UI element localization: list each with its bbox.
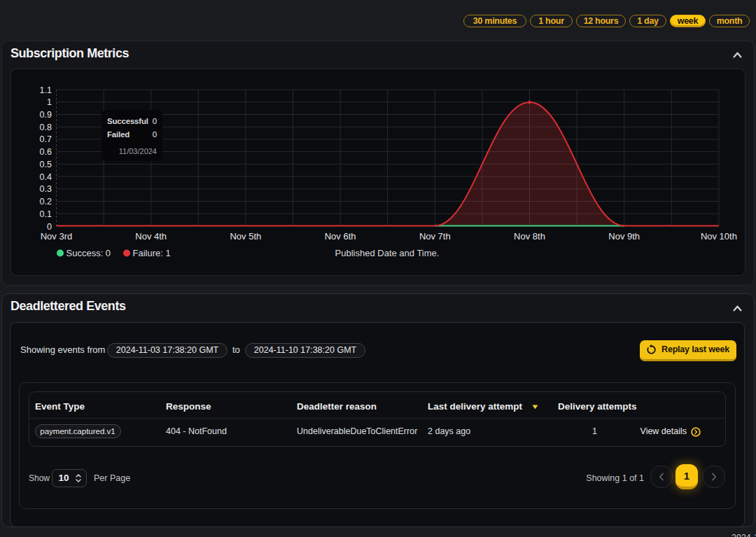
svg-text:0.8: 0.8 bbox=[40, 122, 52, 132]
svg-text:Nov 8th: Nov 8th bbox=[514, 231, 545, 242]
svg-text:Nov 5th: Nov 5th bbox=[230, 231, 261, 242]
svg-text:0.6: 0.6 bbox=[40, 147, 52, 157]
svg-text:0.5: 0.5 bbox=[40, 159, 52, 169]
svg-text:Nov 9th: Nov 9th bbox=[608, 231, 640, 242]
svg-text:1: 1 bbox=[47, 97, 52, 107]
svg-text:0.2: 0.2 bbox=[40, 197, 52, 207]
svg-text:Success: 0: Success: 0 bbox=[66, 248, 111, 258]
svg-text:Nov 10th: Nov 10th bbox=[701, 231, 737, 242]
svg-text:0.9: 0.9 bbox=[40, 110, 52, 120]
svg-text:0.7: 0.7 bbox=[40, 134, 52, 144]
svg-text:Nov 7th: Nov 7th bbox=[419, 231, 451, 242]
svg-text:Nov 3rd: Nov 3rd bbox=[41, 231, 73, 242]
svg-text:Failure: 1: Failure: 1 bbox=[133, 248, 171, 258]
svg-text:Nov 4th: Nov 4th bbox=[135, 231, 167, 242]
svg-text:0: 0 bbox=[47, 221, 52, 231]
svg-text:Published Date and Time.: Published Date and Time. bbox=[335, 248, 440, 258]
svg-text:Nov 6th: Nov 6th bbox=[325, 231, 356, 242]
svg-text:0.3: 0.3 bbox=[40, 184, 52, 194]
svg-text:0.1: 0.1 bbox=[40, 209, 52, 218]
svg-text:1.1: 1.1 bbox=[40, 85, 52, 95]
svg-text:0.4: 0.4 bbox=[40, 172, 52, 181]
